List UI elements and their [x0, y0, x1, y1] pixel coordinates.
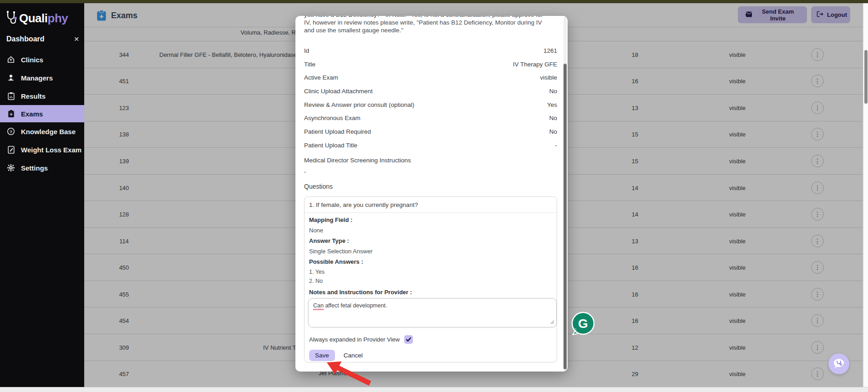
exam-field-row: Asynchronous Exam No: [304, 115, 557, 122]
exam-intro-text: you have a B12 Deficiency? - in Note: "Y…: [304, 16, 557, 34]
home-icon: [6, 55, 15, 64]
screening-instructions-label: Medical Director Screening Instructions: [304, 157, 557, 164]
sidebar-item-label: Clinics: [21, 56, 43, 64]
possible-answers-label: Possible Answers :: [309, 258, 552, 265]
sidebar-item-label: Exams: [21, 110, 43, 118]
sidebar-item-label: Results: [21, 92, 46, 100]
field-label: Active Exam: [304, 74, 338, 81]
resize-grip-icon[interactable]: [550, 319, 554, 326]
stethoscope-icon: [5, 10, 17, 26]
page-scrollbar-thumb[interactable]: [864, 50, 868, 104]
always-expanded-checkbox[interactable]: [404, 335, 413, 344]
exam-field-row: Review & Answer prior consult (optional)…: [304, 101, 557, 109]
mapping-field-label: Mapping Field :: [309, 216, 552, 223]
clipboard-icon: [6, 91, 15, 101]
sidebar: Qualiphy Dashboard ✕ Clinics Managers: [0, 3, 84, 387]
divider: [305, 212, 557, 213]
exam-field-row: Patient Upload Required No: [304, 128, 557, 136]
field-value: 1261: [543, 47, 557, 55]
exam-field-row: Active Exam visible: [304, 74, 557, 81]
sidebar-item-label: Settings: [21, 164, 48, 172]
misspelled-word: Can: [313, 302, 324, 310]
annotation-arrow: [319, 359, 376, 389]
question-title: 1. If female, are you currently pregnant…: [309, 197, 552, 209]
field-value: visible: [540, 74, 557, 81]
sidebar-item-knowledge-base[interactable]: ? Knowledge Base: [0, 122, 84, 141]
field-value: No: [549, 88, 557, 95]
field-value: No: [549, 128, 557, 136]
modal-scrollbar-thumb[interactable]: [563, 64, 567, 369]
bottom-edge-strip: [0, 387, 868, 392]
clipboard-pencil-icon: [6, 145, 15, 154]
grammarly-widget[interactable]: G: [570, 311, 595, 337]
clipboard-plus-icon: [6, 109, 15, 118]
provider-notes-label: Notes and Instructions for Provider :: [309, 289, 552, 295]
field-value: No: [549, 115, 557, 122]
dashboard-label: Dashboard: [6, 35, 45, 43]
field-value: IV Therapy GFE: [513, 61, 557, 68]
question-circle-icon: ?: [6, 127, 15, 136]
page-scrollbar[interactable]: [863, 3, 868, 387]
possible-answer-2: 2. No: [309, 278, 552, 284]
field-value: -: [555, 142, 558, 149]
exam-field-row: Title IV Therapy GFE: [304, 61, 557, 68]
field-label: Clinic Upload Attachment: [304, 88, 373, 95]
always-expanded-label: Always expanded in Provider View: [309, 336, 400, 343]
exam-fields: Id 1261 Title IV Therapy GFE Active Exam…: [304, 47, 557, 149]
answer-type-label: Answer Type :: [309, 237, 552, 244]
sidebar-item-exams[interactable]: Exams: [0, 105, 84, 122]
screening-instructions-value: -: [304, 168, 557, 176]
possible-answer-1: 1. Yes: [309, 269, 552, 275]
provider-notes-textarea[interactable]: Can affect fetal development.: [308, 298, 557, 327]
top-edge-strip: [0, 0, 868, 3]
sidebar-item-label: Knowledge Base: [21, 128, 76, 136]
sidebar-nav: Clinics Managers Results Exams: [0, 50, 84, 177]
notes-text: affect fetal development.: [324, 302, 387, 309]
field-label: Title: [304, 61, 315, 68]
exam-field-row: Clinic Upload Attachment No: [304, 88, 557, 95]
close-sidebar-icon[interactable]: ✕: [74, 35, 79, 43]
cancel-button[interactable]: Cancel: [344, 352, 363, 359]
answer-type-value: Single Selection Answer: [309, 248, 552, 254]
mapping-field-value: None: [309, 227, 552, 233]
sidebar-item-weight-loss-exam[interactable]: Weight Loss Exam: [0, 141, 84, 159]
logo-text: Qualiphy: [19, 11, 68, 25]
exam-field-row: Id 1261: [304, 47, 557, 55]
sidebar-item-managers[interactable]: Managers: [0, 69, 84, 87]
sidebar-item-settings[interactable]: Settings: [0, 159, 84, 177]
exam-details-modal: you have a B12 Deficiency? - in Note: "Y…: [295, 16, 568, 372]
field-label: Review & Answer prior consult (optional): [304, 101, 414, 109]
questions-heading: Questions: [304, 183, 557, 191]
chat-widget-button[interactable]: [828, 353, 849, 374]
sidebar-item-clinics[interactable]: Clinics: [0, 50, 84, 69]
sidebar-item-results[interactable]: Results: [0, 87, 84, 105]
field-label: Asynchronous Exam: [304, 115, 360, 122]
sidebar-item-label: Weight Loss Exam: [21, 146, 81, 154]
sidebar-item-label: Managers: [21, 74, 53, 82]
field-label: Patient Upload Required: [304, 128, 371, 136]
app-screen: Qualiphy Dashboard ✕ Clinics Managers: [0, 0, 868, 392]
field-label: Patient Upload Title: [304, 142, 357, 149]
people-icon: [6, 73, 15, 82]
svg-text:?: ?: [10, 130, 12, 134]
gear-icon: [6, 163, 15, 172]
svg-text:G: G: [578, 317, 588, 331]
exam-field-row: Patient Upload Title -: [304, 142, 557, 149]
field-value: Yes: [547, 101, 557, 109]
field-label: Id: [304, 47, 309, 55]
question-card: 1. If female, are you currently pregnant…: [304, 196, 557, 362]
qualiphy-logo: Qualiphy: [5, 10, 68, 26]
